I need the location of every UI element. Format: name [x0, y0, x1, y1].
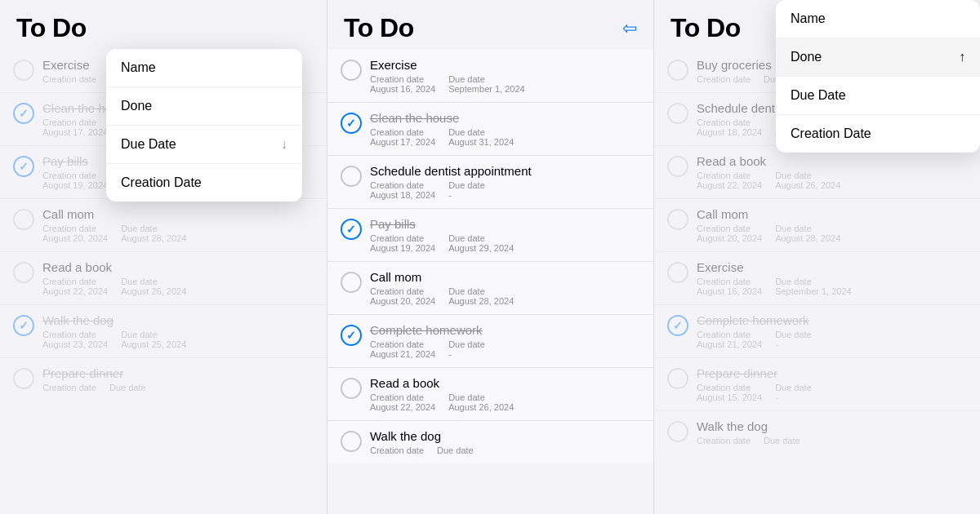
task-checkbox[interactable]: [667, 60, 688, 81]
creation-date: August 21, 2024: [697, 339, 762, 349]
creation-date: August 19, 2024: [370, 243, 435, 253]
task-dates: Creation dateAugust 20, 2024Due dateAugu…: [370, 286, 640, 306]
task-checkbox[interactable]: [13, 209, 34, 230]
task-item[interactable]: Call momCreation dateAugust 20, 2024Due …: [327, 262, 653, 315]
task-item[interactable]: Prepare dinnerCreation dateAugust 15, 20…: [654, 358, 980, 411]
due-label: Due date: [775, 330, 812, 339]
task-checkbox[interactable]: [341, 272, 362, 293]
task-checkbox[interactable]: [13, 60, 34, 81]
due-date-group: Due dateAugust 31, 2024: [448, 127, 514, 147]
creation-date-group: Creation dateAugust 20, 2024: [697, 224, 762, 243]
right-dropdown-item-creationdate[interactable]: Creation Date: [776, 115, 980, 153]
task-content: Read a bookCreation dateAugust 22, 2024D…: [370, 376, 640, 412]
creation-label: Creation date: [697, 74, 751, 84]
task-content: Clean the houseCreation dateAugust 17, 2…: [370, 111, 640, 147]
creation-label: Creation date: [370, 233, 435, 243]
creation-date-group: Creation date: [370, 445, 424, 455]
task-checkbox[interactable]: [341, 325, 362, 346]
task-checkbox[interactable]: [341, 166, 362, 187]
task-dates: Creation dateAugust 22, 2024Due dateAugu…: [697, 171, 967, 190]
task-checkbox[interactable]: [667, 103, 688, 124]
task-dates: Creation dateAugust 16, 2024Due dateSept…: [697, 277, 967, 296]
creation-label: Creation date: [697, 171, 762, 180]
task-checkbox[interactable]: [667, 262, 688, 283]
due-date-group: Due date: [437, 445, 474, 455]
creation-date: August 20, 2024: [370, 296, 435, 306]
due-label: Due date: [764, 436, 800, 445]
task-item[interactable]: Walk the dogCreation dateAugust 23, 2024…: [0, 305, 327, 358]
task-checkbox[interactable]: [667, 421, 688, 442]
task-title: Exercise: [697, 260, 967, 274]
right-sort-dropdown[interactable]: Name Done ↑ Due Date Creation Date: [776, 0, 980, 153]
task-item[interactable]: Pay billsCreation dateAugust 19, 2024Due…: [327, 209, 653, 262]
task-checkbox[interactable]: [667, 156, 688, 177]
right-dropdown-item-done[interactable]: Done ↑: [776, 38, 980, 77]
task-item[interactable]: Call momCreation dateAugust 20, 2024Due …: [654, 199, 980, 252]
dropdown-item-duedate[interactable]: Due Date ↓: [106, 126, 302, 164]
task-title: Prepare dinner: [42, 366, 314, 380]
task-item[interactable]: Walk the dogCreation dateDue date: [327, 421, 653, 463]
sort-dropdown[interactable]: Name Done Due Date ↓ Creation Date: [106, 49, 302, 202]
creation-date-group: Creation dateAugust 19, 2024: [370, 233, 435, 253]
task-item[interactable]: ExerciseCreation dateAugust 16, 2024Due …: [327, 50, 653, 103]
task-checkbox[interactable]: [13, 368, 34, 389]
due-label: Due date: [448, 127, 514, 137]
creation-date-group: Creation date: [697, 74, 751, 84]
due-date-group: Due date-: [448, 339, 485, 359]
due-date: September 1, 2024: [775, 286, 852, 296]
task-title: Pay bills: [370, 217, 640, 231]
task-item[interactable]: Call momCreation dateAugust 20, 2024Due …: [0, 199, 327, 252]
task-checkbox[interactable]: [667, 315, 688, 336]
right-dropdown-item-duedate[interactable]: Due Date: [776, 77, 980, 115]
task-checkbox[interactable]: [341, 60, 362, 81]
task-checkbox[interactable]: [341, 113, 362, 134]
due-date-group: Due dateAugust 26, 2024: [775, 171, 840, 190]
task-checkbox[interactable]: [13, 156, 34, 177]
task-checkbox[interactable]: [13, 262, 34, 283]
task-content: Walk the dogCreation dateDue date: [697, 419, 967, 445]
right-dropdown-item-name[interactable]: Name: [776, 0, 980, 38]
creation-date-group: Creation dateAugust 18, 2024: [697, 117, 762, 137]
task-item[interactable]: Clean the houseCreation dateAugust 17, 2…: [327, 103, 653, 156]
task-checkbox[interactable]: [341, 431, 362, 452]
middle-panel-title: To Do: [344, 13, 414, 43]
task-item[interactable]: Read a bookCreation dateAugust 22, 2024D…: [654, 146, 980, 199]
middle-panel: To Do ⇦ ExerciseCreation dateAugust 16, …: [327, 0, 653, 514]
task-dates: Creation dateAugust 18, 2024Due date-: [370, 180, 640, 200]
task-item[interactable]: Prepare dinnerCreation dateDue date: [0, 358, 327, 401]
task-title: Schedule dentist appointment: [370, 164, 640, 178]
task-content: ExerciseCreation dateAugust 16, 2024Due …: [697, 260, 967, 296]
back-arrow[interactable]: ⇦: [622, 18, 637, 39]
task-item[interactable]: Walk the dogCreation dateDue date: [654, 411, 980, 454]
done-up-arrow: ↑: [959, 50, 965, 64]
task-item[interactable]: Schedule dentist appointmentCreation dat…: [327, 156, 653, 209]
task-title: Exercise: [370, 58, 640, 72]
task-item[interactable]: Complete homeworkCreation dateAugust 21,…: [654, 305, 980, 358]
duedate-arrow: ↓: [281, 137, 287, 152]
due-date: -: [775, 392, 812, 402]
creation-date-group: Creation dateAugust 16, 2024: [697, 277, 762, 296]
creation-label: Creation date: [697, 224, 762, 233]
task-content: Schedule dentist appointmentCreation dat…: [370, 164, 640, 200]
due-label: Due date: [448, 286, 514, 296]
due-date: -: [775, 339, 812, 349]
dropdown-item-name[interactable]: Name: [106, 49, 302, 87]
due-date: August 28, 2024: [775, 233, 840, 243]
task-item[interactable]: ExerciseCreation dateAugust 16, 2024Due …: [654, 252, 980, 305]
dropdown-item-done[interactable]: Done: [106, 87, 302, 126]
dropdown-item-creationdate[interactable]: Creation Date: [106, 164, 302, 202]
task-checkbox[interactable]: [341, 378, 362, 399]
task-checkbox[interactable]: [667, 209, 688, 230]
task-title: Call mom: [370, 270, 640, 284]
task-item[interactable]: Complete homeworkCreation dateAugust 21,…: [327, 315, 653, 368]
task-checkbox[interactable]: [341, 219, 362, 240]
task-checkbox[interactable]: [667, 368, 688, 389]
creation-date-group: Creation dateAugust 22, 2024: [697, 171, 762, 190]
task-item[interactable]: Read a bookCreation dateAugust 22, 2024D…: [327, 368, 653, 421]
creation-label: Creation date: [370, 74, 435, 84]
creation-label: Creation date: [697, 117, 762, 127]
task-item[interactable]: Read a bookCreation dateAugust 22, 2024D…: [0, 252, 327, 305]
task-checkbox[interactable]: [13, 315, 34, 336]
task-dates: Creation dateAugust 19, 2024Due dateAugu…: [370, 233, 640, 253]
task-checkbox[interactable]: [13, 103, 34, 124]
